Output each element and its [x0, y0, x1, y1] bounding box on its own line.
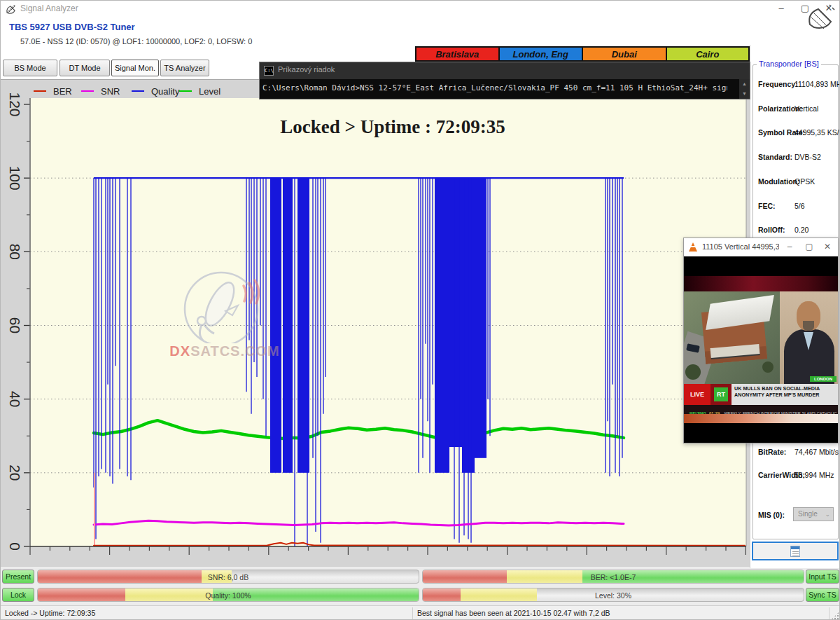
- cmd-scrollbar[interactable]: ▲ ▼: [739, 79, 750, 99]
- scroll-down-icon[interactable]: ▼: [739, 89, 750, 99]
- svg-text:60: 60: [7, 317, 23, 333]
- cmd-command-line: C:\Users\Roman Dávid>NSS 12-57°E_East Af…: [262, 83, 727, 92]
- live-badge: LIVE: [684, 384, 710, 405]
- minimize-button[interactable]: –: [769, 1, 793, 18]
- vlc-video-window: 11105 Vertical 44995,35 / RF: ... – ▢ ✕ …: [683, 237, 839, 443]
- transponder-row: Symbol Rate:44995,35 KS/s: [752, 128, 836, 149]
- best-signal-status: Best signal has been seen at 2021-10-15 …: [417, 609, 610, 617]
- watermark-rest: SATCS.COM: [190, 343, 280, 359]
- scroll-up-icon[interactable]: ▲: [739, 79, 750, 89]
- tab-ts-analyzer[interactable]: TS Analyzer (OK): [160, 60, 209, 76]
- statusbar-separator: [829, 607, 830, 620]
- input-ts-lamp: Input TS: [806, 570, 839, 584]
- lock-lamp: Lock: [2, 588, 34, 602]
- svg-text:80: 80: [7, 244, 23, 260]
- meters-area: Present SNR: 6,0 dB BER: <1.0E-7 Input T…: [1, 568, 840, 605]
- device-title: TBS 5927 USB DVB-S2 Tuner: [9, 22, 135, 32]
- level-swatch: [179, 90, 192, 92]
- satellite-logo-icon: [804, 4, 836, 32]
- mis-label: MIS (0):: [758, 511, 785, 519]
- news-headline: UK MULLS BAN ON SOCIAL-MEDIAANONYMITY AF…: [732, 384, 838, 405]
- status-bar: Locked -> Uptime: 72:09:35 Best signal h…: [1, 605, 840, 620]
- vlc-title-bar[interactable]: 11105 Vertical 44995,35 / RF: ... – ▢ ✕: [684, 238, 838, 256]
- news-banner: LIVE RT UK MULLS BAN ON SOCIAL-MEDIAANON…: [684, 384, 838, 405]
- lock-uptime-status: Locked -> Uptime: 72:09:35: [5, 609, 95, 617]
- tuning-info: 57.0E - NSS 12 (ID: 0570) @ LOF1: 100000…: [20, 37, 252, 46]
- level-meter: Level: 30%: [422, 588, 804, 602]
- present-lamp: Present: [2, 570, 34, 584]
- tab-signal-mon[interactable]: Signal Mon.: [111, 60, 159, 76]
- transponder-group-label: Transponder [BS]: [757, 60, 821, 68]
- statusbar-separator: [412, 607, 413, 620]
- sync-ts-lamp: Sync TS: [806, 588, 839, 602]
- signal-chart-panel: 020406080100120 BER SNR Quality Level Lo…: [1, 79, 750, 567]
- legend-level: Level: [179, 85, 220, 97]
- video-red-bar: [684, 276, 838, 291]
- transponder-row: Standard:DVB-S2: [752, 153, 836, 174]
- video-frame[interactable]: LONDON LIVE RT UK MULLS BAN ON SOCIAL-ME…: [684, 256, 838, 443]
- signal-analyzer-window: Signal Analyzer – ▢ ✕ TBS 5927 USB DVB-S…: [0, 0, 840, 620]
- rt-logo: RT: [710, 384, 732, 405]
- vlc-window-title: 11105 Vertical 44995,35 / RF: ...: [702, 242, 779, 251]
- legend-ber: BER: [34, 85, 72, 97]
- list-icon: [790, 546, 800, 557]
- transponder-row: BitRate:74,467 Mbit/s: [752, 448, 836, 469]
- transport-list-button[interactable]: [752, 542, 839, 560]
- svg-text:0: 0: [7, 542, 23, 551]
- transponder-row: FEC:5/6: [752, 202, 836, 223]
- svg-text:100: 100: [7, 166, 23, 191]
- snr-meter: SNR: 6,0 dB: [37, 570, 419, 584]
- tab-dt-mode[interactable]: DT Mode: [59, 60, 110, 76]
- cmd-console[interactable]: C:\Users\Roman Dávid>NSS 12-57°E_East Af…: [260, 79, 750, 99]
- legend-quality: Quality: [132, 85, 179, 97]
- quality-meter: Quality: 100%: [37, 588, 419, 602]
- cmd-title-bar[interactable]: C:\ Príkazový riadok: [260, 62, 750, 79]
- vlc-close-button[interactable]: ✕: [818, 240, 836, 255]
- news-ticker: BEIJING01:29WEEKLY: FRENCH INTERIOR MINI…: [684, 405, 838, 414]
- vlc-maximize-button[interactable]: ▢: [800, 240, 818, 255]
- tab-bs-mode[interactable]: BS Mode: [3, 60, 57, 76]
- chevron-down-icon: ⌄: [825, 508, 830, 521]
- resize-grip[interactable]: [831, 612, 839, 620]
- dxsatcs-watermark: DXSATCS.COM: [165, 270, 284, 361]
- watermark-dx: DX: [169, 343, 190, 359]
- video-picture: LONDON: [684, 291, 838, 384]
- mis-dropdown[interactable]: Single⌄: [793, 507, 834, 521]
- cmd-icon: C:\: [264, 66, 274, 76]
- chart-title: Locked > Uptime : 72:09:35: [225, 116, 561, 138]
- vlc-cone-icon: [689, 242, 697, 252]
- app-dish-icon: [6, 4, 17, 15]
- location-tag: LONDON: [810, 376, 836, 382]
- transponder-row: Polarization:Vertical: [752, 104, 836, 125]
- transponder-row: CarrierWidth:53,994 MHz: [752, 471, 836, 492]
- ticker-gradient-strip: [684, 414, 838, 423]
- interview-speaker: LONDON: [780, 291, 838, 384]
- svg-text:40: 40: [7, 391, 23, 407]
- legend-snr: SNR: [81, 85, 120, 97]
- aerial-view: [684, 291, 780, 384]
- command-prompt-window: C:\ Príkazový riadok C:\Users\Roman Dávi…: [260, 62, 750, 99]
- snr-swatch: [81, 90, 94, 92]
- title-bar: Signal Analyzer – ▢ ✕: [1, 1, 840, 18]
- vlc-minimize-button[interactable]: –: [780, 240, 799, 255]
- svg-text:20: 20: [7, 464, 23, 481]
- ber-swatch: [34, 90, 46, 92]
- cmd-window-title: Príkazový riadok: [278, 65, 335, 74]
- signal-chart-svg: 020406080100120: [1, 80, 750, 568]
- ber-meter: BER: <1.0E-7: [422, 570, 804, 584]
- quality-swatch: [132, 90, 144, 92]
- window-title: Signal Analyzer: [20, 4, 78, 13]
- svg-text:120: 120: [7, 92, 23, 116]
- transponder-row: Modulation:QPSK: [752, 177, 836, 198]
- transponder-row: Frequency:11104,893 MHz: [752, 80, 836, 101]
